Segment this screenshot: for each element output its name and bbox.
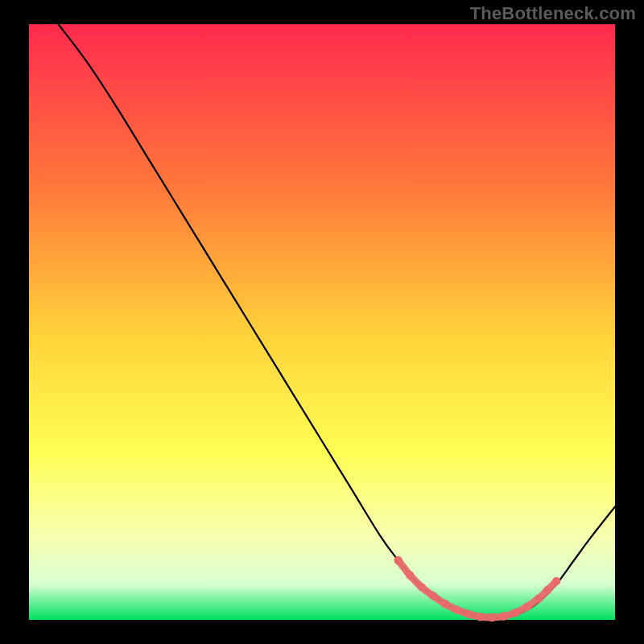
optimal-range-dot [552, 577, 560, 585]
optimal-range-dot [499, 612, 507, 620]
optimal-range-dot [418, 583, 426, 591]
optimal-range-dot [476, 613, 484, 621]
optimal-range-dot [464, 609, 473, 617]
optimal-range-dot [452, 605, 460, 613]
chart-frame: TheBottleneck.com [0, 0, 644, 644]
optimal-range-dot [394, 556, 402, 564]
optimal-range-dot [535, 594, 543, 602]
optimal-range-dot [523, 603, 531, 611]
optimal-range-dot [429, 592, 437, 600]
optimal-range-dot [511, 609, 519, 617]
optimal-range-dot [441, 600, 449, 608]
optimal-range-dot [543, 586, 551, 594]
watermark-text: TheBottleneck.com [470, 3, 636, 24]
optimal-range-dot [488, 613, 496, 621]
optimal-range-dot [406, 571, 414, 579]
bottleneck-chart [0, 0, 644, 644]
plot-area [29, 24, 615, 620]
